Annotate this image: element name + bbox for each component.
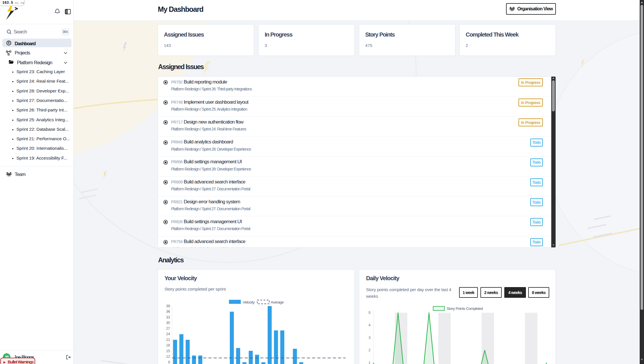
svg-text:3: 3 (368, 335, 370, 340)
svg-text:5: 5 (368, 310, 370, 315)
svg-text:24: 24 (166, 332, 170, 336)
svg-text:2: 2 (368, 348, 370, 352)
svg-text:39: 39 (166, 304, 170, 308)
svg-text:15: 15 (166, 349, 170, 353)
svg-text:27: 27 (166, 326, 170, 331)
svg-text:12: 12 (166, 354, 170, 359)
svg-text:9: 9 (168, 360, 170, 364)
svg-text:33: 33 (166, 315, 170, 319)
svg-text:21: 21 (166, 338, 170, 342)
svg-text:Average: Average (271, 300, 284, 304)
svg-text:Story Points Completed: Story Points Completed (447, 306, 483, 311)
svg-text:1: 1 (368, 361, 370, 364)
svg-text:36: 36 (166, 309, 170, 314)
svg-text:4: 4 (368, 323, 370, 327)
svg-text:30: 30 (166, 321, 170, 325)
svg-text:18: 18 (166, 343, 170, 347)
svg-text:Velocity: Velocity (243, 300, 255, 304)
